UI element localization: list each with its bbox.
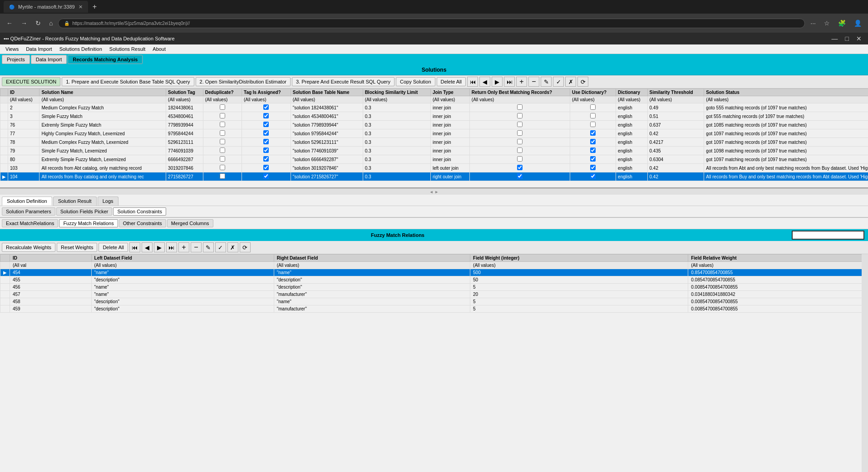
tag-assigned-cell[interactable]	[242, 138, 291, 147]
best-match-cell[interactable]	[469, 164, 570, 172]
constraint-tab-other[interactable]: Other Constraints	[119, 219, 166, 227]
profile-btn[interactable]: 👤	[851, 18, 864, 29]
tag-assigned-checkbox[interactable]	[263, 165, 269, 170]
solution-row[interactable]: ▶ 104 All records from Buy catalog and o…	[0, 172, 868, 181]
address-bar[interactable]: 🔒 https://matasoft.hr/myrtile/S(pz5mai2p…	[58, 19, 805, 28]
edit-record-btn[interactable]: ✎	[541, 77, 552, 87]
filter-id[interactable]: (All values)	[8, 96, 39, 103]
filter-dict[interactable]: (All values)	[616, 96, 647, 103]
vertical-scrollbar[interactable]	[862, 254, 868, 472]
filter-best-match[interactable]: (All values)	[469, 96, 570, 103]
col-tag-assigned[interactable]: Tag Is Assigned?	[242, 89, 291, 96]
fuzzy-edit-btn[interactable]: ✎	[203, 242, 214, 252]
browser-tab-active[interactable]: 🔵 Myrtile - matasoft.hr:3389 ✕	[4, 1, 88, 13]
col-threshold[interactable]: Similarity Threshold	[647, 89, 704, 96]
fuzzy-col-right[interactable]: Right Dataset Field	[274, 255, 470, 262]
fuzzy-confirm-btn[interactable]: ✓	[215, 242, 226, 252]
forward-btn[interactable]: →	[18, 18, 30, 29]
fuzzy-col-relative[interactable]: Field Relative Weight	[688, 255, 862, 262]
fuzzy-row[interactable]: 459 "description" "manufacturer" 5 0.008…	[0, 305, 862, 313]
use-dict-cell[interactable]	[570, 138, 616, 147]
back-btn[interactable]: ←	[4, 18, 15, 29]
use-dict-checkbox[interactable]	[590, 139, 596, 144]
dedup-checkbox[interactable]	[220, 165, 225, 170]
dedup-cell[interactable]	[203, 164, 242, 172]
fuzzy-prev-btn[interactable]: ◀	[142, 242, 153, 252]
execute-solution-btn[interactable]: EXECUTE SOLUTION	[2, 77, 60, 86]
tag-assigned-checkbox[interactable]	[263, 130, 269, 136]
tag-assigned-checkbox[interactable]	[263, 139, 269, 144]
solution-row[interactable]: 3 Simple Fuzzy Match 4534800461 "solutio…	[0, 112, 868, 121]
home-btn[interactable]: ⌂	[46, 18, 55, 29]
dedup-checkbox[interactable]	[220, 104, 225, 110]
best-match-cell[interactable]	[469, 121, 570, 129]
use-dict-checkbox[interactable]	[590, 130, 596, 136]
tag-assigned-cell[interactable]	[242, 103, 291, 112]
fuzzy-table-wrapper[interactable]: ID Left Dataset Field Right Dataset Fiel…	[0, 254, 862, 472]
tag-assigned-cell[interactable]	[242, 155, 291, 164]
prev-record-btn[interactable]: ◀	[479, 77, 490, 87]
menu-data-import[interactable]: Data Import	[22, 45, 55, 53]
fuzzy-play-btn[interactable]: ▶	[154, 242, 165, 252]
best-match-checkbox[interactable]	[517, 139, 523, 144]
maximize-btn[interactable]: □	[843, 34, 852, 43]
fuzzy-filter-weight[interactable]: (All values)	[470, 262, 688, 269]
col-tag[interactable]: Solution Tag	[166, 89, 203, 96]
menu-solutions-def[interactable]: Solutions Definition	[56, 45, 106, 53]
filter-base-table[interactable]: (All values)	[291, 96, 363, 103]
refresh-btn[interactable]: ⟳	[577, 77, 588, 87]
dedup-cell[interactable]	[203, 112, 242, 121]
menu-about[interactable]: About	[149, 45, 169, 53]
recalculate-weights-btn[interactable]: Recalculate Weights	[2, 243, 55, 252]
best-match-cell[interactable]	[469, 172, 570, 181]
col-solution-name[interactable]: Solution Name	[39, 89, 166, 96]
dedup-checkbox[interactable]	[220, 148, 225, 153]
best-match-cell[interactable]	[469, 129, 570, 138]
first-record-btn[interactable]: ⏮	[467, 77, 478, 87]
fuzzy-row[interactable]: 456 "name" "description" 5 0.00854700854…	[0, 284, 862, 291]
nav-tab-records-matching[interactable]: Records Matching Analysis	[68, 55, 143, 64]
fuzzy-row[interactable]: 455 "description" "description" 50 0.085…	[0, 276, 862, 284]
fuzzy-search-input[interactable]	[792, 231, 864, 240]
tab-solution-definition[interactable]: Solution Definition	[2, 197, 52, 206]
fuzzy-col-left[interactable]: Left Dataset Field	[91, 255, 274, 262]
constraint-tab-merged[interactable]: Merged Columns	[167, 219, 213, 227]
best-match-checkbox[interactable]	[517, 165, 523, 170]
tag-assigned-cell[interactable]	[242, 172, 291, 181]
use-dict-cell[interactable]	[570, 129, 616, 138]
confirm-btn[interactable]: ✓	[553, 77, 564, 87]
best-match-checkbox[interactable]	[517, 104, 523, 110]
filter-tag-assigned[interactable]: (All values)	[242, 96, 291, 103]
use-dict-cell[interactable]	[570, 155, 616, 164]
dedup-checkbox[interactable]	[220, 156, 225, 162]
best-match-cell[interactable]	[469, 112, 570, 121]
solution-row[interactable]: 78 Medium Complex Fuzzy Match, Lexemized…	[0, 138, 868, 147]
col-dedup[interactable]: Deduplicate?	[203, 89, 242, 96]
best-match-checkbox[interactable]	[517, 156, 523, 162]
fuzzy-first-btn[interactable]: ⏮	[129, 242, 140, 252]
fuzzy-refresh-btn[interactable]: ⟳	[240, 242, 251, 252]
tag-assigned-checkbox[interactable]	[263, 148, 269, 153]
fuzzy-filter-right[interactable]: (All values)	[274, 262, 470, 269]
use-dict-checkbox[interactable]	[590, 156, 596, 162]
last-record-btn[interactable]: ⏭	[504, 77, 515, 87]
fuzzy-delete-all-btn[interactable]: Delete All	[99, 243, 128, 252]
fuzzy-remove-btn[interactable]: −	[191, 242, 202, 252]
tag-assigned-cell[interactable]	[242, 147, 291, 155]
open-similarity-btn[interactable]: 2. Open SimilarityDistribution Estimator	[196, 77, 291, 86]
solutions-table-wrapper[interactable]: ID Solution Name Solution Tag Deduplicat…	[0, 88, 868, 188]
filter-name[interactable]: (All values)	[39, 96, 166, 103]
tag-assigned-checkbox[interactable]	[263, 122, 269, 127]
close-btn[interactable]: ✕	[853, 34, 864, 43]
minimize-btn[interactable]: —	[829, 34, 841, 43]
fuzzy-filter-relative[interactable]: (All values)	[688, 262, 862, 269]
nav-tab-data-import[interactable]: Data Import	[31, 55, 67, 64]
fuzzy-col-weight[interactable]: Field Weight (integer)	[470, 255, 688, 262]
use-dict-checkbox[interactable]	[590, 104, 596, 110]
nav-tab-projects[interactable]: Projects	[2, 55, 30, 64]
best-match-checkbox[interactable]	[517, 122, 523, 127]
add-record-btn[interactable]: +	[516, 77, 527, 87]
filter-status[interactable]: (All values)	[704, 96, 868, 103]
tag-assigned-checkbox[interactable]	[263, 173, 269, 179]
tab-logs[interactable]: Logs	[98, 197, 118, 206]
